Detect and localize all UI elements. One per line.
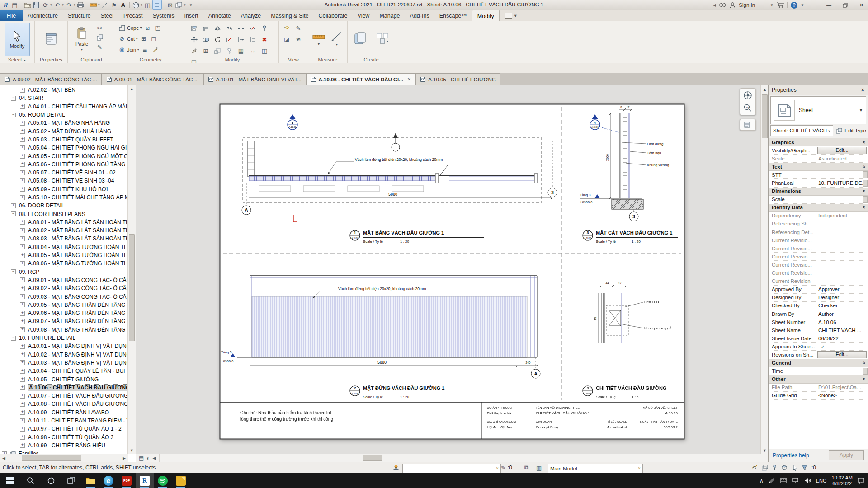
modify-button[interactable]: Modify xyxy=(5,23,30,56)
ribbon-tab-annotate[interactable]: Annotate xyxy=(203,10,236,21)
property-value[interactable]: D:\01.Project\Oa... xyxy=(816,385,868,390)
property-value[interactable]: CHI TIẾT VÁCH ... xyxy=(816,328,868,333)
undo-icon[interactable]: ↶ xyxy=(53,0,61,9)
expander-icon[interactable]: + xyxy=(20,154,25,159)
expander-icon[interactable]: + xyxy=(20,385,25,390)
expander-icon[interactable]: + xyxy=(11,203,16,208)
offset-value-icon[interactable]: ⊞ xyxy=(139,34,148,43)
measure-icon[interactable] xyxy=(89,0,98,9)
match-properties-icon[interactable]: ✎ xyxy=(95,42,104,52)
tree-item[interactable]: +A.10.05 - CHI TIẾT GIƯỜNG xyxy=(0,375,128,383)
sheet-a1006[interactable]: 5880 A 3 3 A.10.06 Vách làm đứng tiết di… xyxy=(219,103,685,440)
tree-item[interactable]: +A.10.01 - MẶT BẰNG ĐỊNH VỊ VẬT DỤNG xyxy=(0,342,128,350)
expander-icon[interactable]: + xyxy=(20,137,25,142)
ribbon-tab-architecture[interactable]: Architecture xyxy=(23,10,63,21)
property-value[interactable]: Author xyxy=(816,311,868,317)
select-links-icon[interactable] xyxy=(751,465,758,471)
expander-icon[interactable]: + xyxy=(20,344,25,349)
panel-label-properties[interactable]: Properties xyxy=(35,57,67,63)
value-expander-button[interactable] xyxy=(863,171,868,178)
type-selector[interactable]: Sheet ▼ xyxy=(770,96,866,124)
tree-item[interactable]: +A.10.02 - MẶT BẰNG ĐỊNH VỊ VẬT DỤNG xyxy=(0,351,128,359)
expander-icon[interactable]: + xyxy=(20,443,25,448)
create-group-button[interactable] xyxy=(372,23,393,55)
steering-wheel-icon[interactable] xyxy=(743,91,752,100)
wall-join-icon[interactable] xyxy=(150,45,160,54)
chevron-down-icon[interactable]: ▼ xyxy=(859,108,866,113)
tree-item[interactable]: +A.05.08 - CHI TIẾT VỆ SINH 03 -04 xyxy=(0,177,128,185)
split-element-icon[interactable] xyxy=(236,24,246,33)
property-section-header[interactable]: Identity Data» xyxy=(769,204,868,212)
tree-item[interactable]: −08. FLOOR FINISH PLANS xyxy=(0,210,128,218)
ribbon-tab-massing-site[interactable]: Massing & Site xyxy=(266,10,313,21)
tree-item[interactable]: +A.02.02 - MẶT BÊN xyxy=(0,86,128,94)
expander-icon[interactable]: + xyxy=(20,162,25,167)
mirror-pick-axis-icon[interactable] xyxy=(213,24,222,33)
volume-icon[interactable] xyxy=(804,478,811,483)
expander-icon[interactable]: + xyxy=(20,195,25,200)
property-section-header[interactable]: Graphics» xyxy=(769,138,868,146)
tree-item[interactable]: +A.05.03 - CHI TIẾT QUẦY BUFFET xyxy=(0,136,128,144)
tree-item[interactable]: +A.10.03 - MẶT BẰNG ĐỊNH VỊ VẬT DỤNG xyxy=(0,359,128,367)
restore-button[interactable] xyxy=(839,0,852,10)
active-workset-combo[interactable]: ∨ xyxy=(402,464,501,473)
drag-on-selection-icon[interactable] xyxy=(792,465,797,471)
view-tab-5[interactable]: A.10.05 - CHI TIẾT GIƯỜNG xyxy=(415,73,500,85)
help-icon[interactable]: ? xyxy=(791,2,797,9)
pdf-app-icon[interactable]: PDF xyxy=(118,473,136,488)
switch-windows-icon[interactable] xyxy=(175,0,184,9)
legend-component-button[interactable] xyxy=(349,23,371,55)
revit-taskbar-icon[interactable]: R xyxy=(136,473,154,488)
redo-dropdown-icon[interactable]: ▼ xyxy=(73,4,76,6)
canvas-vertical-scrollbar[interactable]: ▲ ▼ xyxy=(760,85,769,454)
tree-item[interactable]: +A.09.07 - MẶT BẰNG TRẦN ĐÈN TẦNG 3 xyxy=(0,317,128,325)
create-similar-icon[interactable]: ◫ xyxy=(260,47,269,56)
property-section-header[interactable]: Dimensions» xyxy=(769,188,868,196)
revit-logo-icon[interactable]: R xyxy=(1,0,10,9)
tree-item[interactable]: +A.08.03 - MẶT BẰNG LÁT SÀN HOÀN THI xyxy=(0,235,128,243)
offset-icon[interactable] xyxy=(201,24,211,33)
checkbox-icon[interactable] xyxy=(821,238,821,243)
tree-item[interactable]: +A.10.99 - CHI TIẾT BẢNG HIỆU xyxy=(0,441,128,450)
network-icon[interactable] xyxy=(792,478,799,483)
tree-item[interactable]: −09. RCP xyxy=(0,268,128,276)
value-expander-button[interactable] xyxy=(863,196,868,203)
tree-item[interactable]: +A.09.05 - MẶT BẰNG TRẦN ĐÈN TẦNG 1 xyxy=(0,301,128,309)
ribbon-tab-insert[interactable]: Insert xyxy=(179,10,203,21)
start-button[interactable] xyxy=(0,473,20,488)
paint-icon[interactable] xyxy=(189,47,199,56)
tree-item[interactable]: +A.10.07 - CHI TIẾT VÁCH ĐẦU GIƯỜNG 2 xyxy=(0,392,128,400)
tree-item[interactable]: +A.08.02 - MẶT BẰNG LÁT SÀN HOÀN THI xyxy=(0,226,128,235)
apply-button[interactable]: Apply xyxy=(829,450,864,460)
measure-between-icon[interactable]: ↔ xyxy=(248,47,258,56)
expander-icon[interactable]: + xyxy=(20,129,25,134)
tree-item[interactable]: +A.05.10 - CHI TIẾT MÁI CHE TẦNG ÁP MÁ xyxy=(0,193,128,202)
expander-icon[interactable]: + xyxy=(20,145,25,150)
expander-icon[interactable]: − xyxy=(11,336,16,341)
scroll-down-icon[interactable]: ▼ xyxy=(128,446,136,454)
minimize-button[interactable]: — xyxy=(822,0,835,10)
pen-settings-icon[interactable] xyxy=(769,478,775,484)
redo-icon[interactable]: ↷ xyxy=(65,0,73,9)
expander-icon[interactable]: + xyxy=(20,244,25,249)
expander-icon[interactable]: + xyxy=(20,88,25,93)
canvas-horizontal-scrollbar[interactable] xyxy=(160,454,761,462)
property-value[interactable] xyxy=(816,238,868,243)
scale-icon[interactable] xyxy=(213,47,222,56)
tree-item[interactable]: +A.05.01 - MẶT BẰNG NHÀ HÀNG xyxy=(0,119,128,127)
join-icon[interactable]: ◉ xyxy=(117,45,127,54)
drawing-area[interactable]: 5880 A 3 3 A.10.06 Vách làm đứng tiết di… xyxy=(136,85,769,462)
expander-icon[interactable]: + xyxy=(20,352,25,357)
sign-in-label[interactable]: Sign In xyxy=(739,2,755,8)
pin-icon[interactable] xyxy=(260,24,269,33)
tray-expand-icon[interactable]: ∧ xyxy=(760,478,764,484)
infocenter-collapse-icon[interactable]: ◀ xyxy=(713,3,716,7)
scroll-up-icon[interactable]: ▲ xyxy=(128,85,136,93)
split-with-gap-icon[interactable] xyxy=(248,24,258,33)
property-value[interactable]: 10. FUNITURE DE... xyxy=(816,180,863,186)
expander-icon[interactable]: + xyxy=(20,178,25,183)
expander-icon[interactable]: + xyxy=(20,360,25,365)
store-icon[interactable] xyxy=(777,2,784,8)
ribbon-tab-file[interactable]: File xyxy=(0,10,23,21)
hide-elements-icon[interactable]: ≋ xyxy=(294,35,303,44)
